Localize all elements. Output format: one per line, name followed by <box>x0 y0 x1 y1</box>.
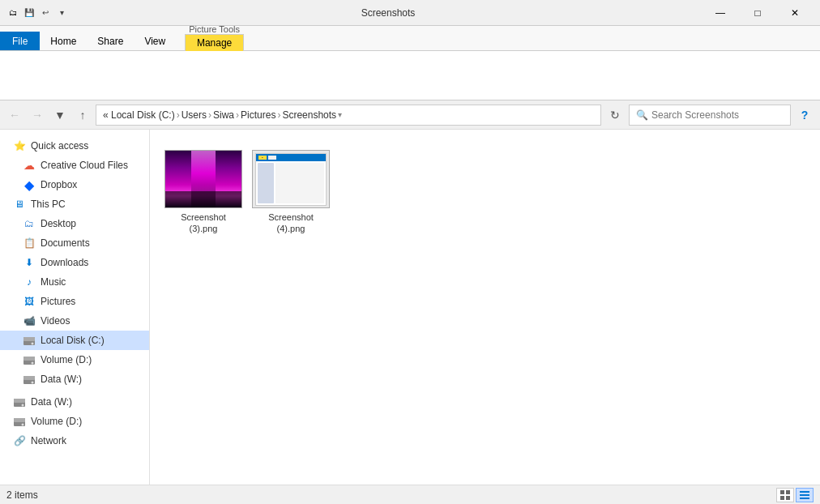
sidebar-item-documents[interactable]: 📋 Documents <box>0 233 149 253</box>
videos-icon: 📹 <box>23 314 36 327</box>
back-button[interactable]: ← <box>5 105 24 125</box>
sidebar-label-pictures: Pictures <box>41 296 75 307</box>
sidebar-item-videos[interactable]: 📹 Videos <box>0 311 149 331</box>
search-input[interactable] <box>651 109 765 121</box>
network-icon: 🔗 <box>13 434 26 447</box>
sidebar-item-creative-cloud[interactable]: ☁ Creative Cloud Files <box>0 156 149 175</box>
help-button[interactable]: ? <box>794 105 815 126</box>
list-item[interactable]: Screenshot (3).png <box>163 143 244 242</box>
data-w-icon <box>23 373 36 386</box>
sidebar-item-music[interactable]: ♪ Music <box>0 272 149 292</box>
svg-rect-16 <box>786 490 790 494</box>
sidebar-label-dropbox: Dropbox <box>41 179 77 190</box>
file-thumbnail-1 <box>164 150 242 208</box>
sidebar-label-videos: Videos <box>41 315 70 327</box>
sidebar-item-quick-access[interactable]: ⭐ Quick access <box>0 136 149 156</box>
data-w2-icon <box>13 395 26 408</box>
picture-tools-label: Picture Tools <box>182 23 246 34</box>
music-icon: ♪ <box>23 275 36 288</box>
item-count: 2 items <box>6 489 38 501</box>
minimize-button[interactable]: — <box>702 0 739 26</box>
details-view-button[interactable] <box>796 488 814 502</box>
sidebar-label-music: Music <box>41 276 66 288</box>
documents-icon: 📋 <box>23 237 36 250</box>
svg-point-2 <box>32 343 34 345</box>
sidebar-item-data-w2[interactable]: Data (W:) <box>0 392 149 412</box>
creative-cloud-icon: ☁ <box>23 159 36 172</box>
search-icon: 🔍 <box>636 109 648 121</box>
sidebar-label-network: Network <box>31 435 66 446</box>
up-button[interactable]: ↑ <box>73 105 92 125</box>
path-part-3: Siwa <box>213 109 234 121</box>
path-part-2: Users <box>182 109 207 121</box>
svg-rect-19 <box>800 491 809 493</box>
tab-manage[interactable]: Manage <box>185 34 244 51</box>
sidebar-item-data-w[interactable]: Data (W:) <box>0 369 149 389</box>
quick-access-icon: ⭐ <box>13 139 26 152</box>
svg-rect-13 <box>14 418 25 422</box>
file-grid: Screenshot (3).png ▪ <box>163 143 807 242</box>
sidebar-label-creative-cloud: Creative Cloud Files <box>41 160 128 171</box>
recent-locations-button[interactable]: ▼ <box>50 105 70 125</box>
ribbon-content <box>0 50 820 100</box>
sidebar-item-volume-d[interactable]: Volume (D:) <box>0 350 149 369</box>
file-area[interactable]: Screenshot (3).png ▪ <box>150 130 820 485</box>
view-buttons <box>776 488 814 502</box>
sidebar-item-downloads[interactable]: ⬇ Downloads <box>0 253 149 272</box>
sidebar-item-pictures[interactable]: 🖼 Pictures <box>0 292 149 311</box>
tab-view[interactable]: View <box>134 32 176 50</box>
tab-share[interactable]: Share <box>87 32 134 50</box>
sidebar-label-data-w: Data (W:) <box>41 374 82 385</box>
dropbox-icon: ◆ <box>23 178 36 191</box>
tab-file[interactable]: File <box>0 32 40 50</box>
svg-point-14 <box>22 424 24 426</box>
sidebar-item-dropbox[interactable]: ◆ Dropbox <box>0 175 149 194</box>
sidebar-item-volume-d2[interactable]: Volume (D:) <box>0 412 149 431</box>
svg-rect-15 <box>780 490 784 494</box>
sidebar-item-desktop[interactable]: 🗂 Desktop <box>0 214 149 233</box>
svg-rect-20 <box>800 494 809 496</box>
large-icons-view-button[interactable] <box>776 488 794 502</box>
volume-d2-icon <box>13 415 26 428</box>
qat-dropdown[interactable]: ▾ <box>55 6 68 19</box>
sidebar-label-data-w2: Data (W:) <box>31 396 72 408</box>
tab-home[interactable]: Home <box>40 32 87 50</box>
maximize-button[interactable]: □ <box>739 0 776 26</box>
file-name-1: Screenshot (3).png <box>167 211 240 235</box>
address-path[interactable]: « Local Disk (C:) › Users › Siwa › Pictu… <box>96 105 601 126</box>
local-disk-c-icon <box>23 334 36 347</box>
svg-point-5 <box>32 362 34 365</box>
sidebar-label-downloads: Downloads <box>41 257 88 268</box>
downloads-icon: ⬇ <box>23 256 36 269</box>
svg-rect-1 <box>23 337 35 341</box>
ribbon: File Home Share View Picture Tools Manag… <box>0 26 820 100</box>
sidebar-label-quick-access: Quick access <box>31 140 88 152</box>
svg-point-8 <box>32 382 34 384</box>
this-pc-icon: 🖥 <box>13 198 26 211</box>
sidebar-item-network[interactable]: 🔗 Network <box>0 431 149 451</box>
main-layout: ⭐ Quick access ☁ Creative Cloud Files ◆ … <box>0 130 820 485</box>
title-bar: 🗂 💾 ↩ ▾ Screenshots — □ ✕ <box>0 0 820 26</box>
undo-qat-button[interactable]: ↩ <box>39 6 52 19</box>
title-bar-icons: 🗂 💾 ↩ ▾ <box>6 6 68 19</box>
sidebar-item-this-pc[interactable]: 🖥 This PC <box>0 194 149 214</box>
search-box[interactable]: 🔍 <box>629 105 791 126</box>
list-item[interactable]: ▪ Screenshot (4).png <box>250 143 331 242</box>
save-qat-button[interactable]: 💾 <box>23 6 36 19</box>
ribbon-tabs: File Home Share View Picture Tools Manag… <box>0 26 820 50</box>
sidebar-label-local-disk-c: Local Disk (C:) <box>41 335 105 346</box>
volume-d-icon <box>23 353 36 366</box>
sidebar: ⭐ Quick access ☁ Creative Cloud Files ◆ … <box>0 130 150 485</box>
window-title: Screenshots <box>75 7 702 19</box>
sidebar-label-documents: Documents <box>41 237 90 249</box>
sidebar-label-this-pc: This PC <box>31 199 66 210</box>
refresh-button[interactable]: ↻ <box>604 105 626 126</box>
svg-rect-10 <box>14 399 25 403</box>
status-bar: 2 items <box>0 485 820 504</box>
close-button[interactable]: ✕ <box>776 0 814 26</box>
file-thumbnail-2: ▪ <box>252 150 330 208</box>
forward-button[interactable]: → <box>28 105 47 125</box>
sidebar-item-local-disk-c[interactable]: Local Disk (C:) <box>0 331 149 350</box>
path-part-4: Pictures <box>241 109 275 121</box>
svg-rect-18 <box>786 496 790 500</box>
